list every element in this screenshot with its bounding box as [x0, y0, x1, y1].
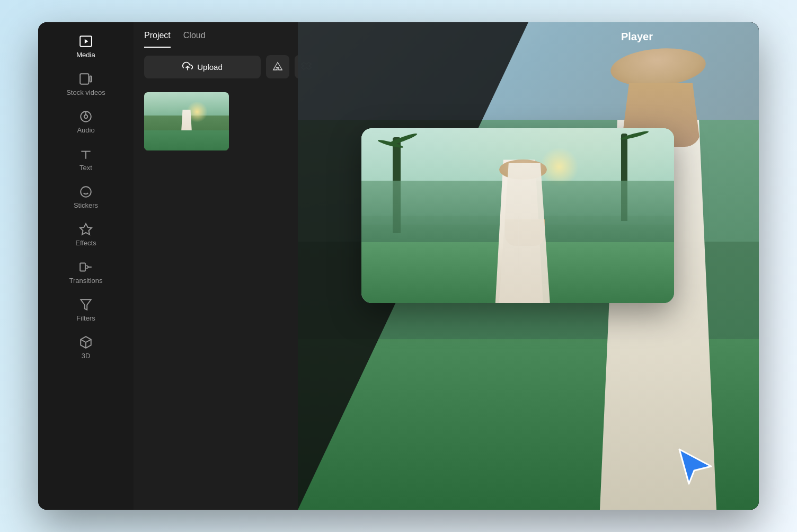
- sidebar-item-filters[interactable]: Filters: [49, 292, 123, 327]
- media-thumbnail[interactable]: [144, 92, 229, 150]
- sidebar-item-3d[interactable]: 3D: [49, 330, 123, 365]
- sidebar-item-text[interactable]: Text: [49, 141, 123, 177]
- app-window: Media Stock videos Audio: [38, 22, 759, 510]
- sidebar-item-transitions-label: Transitions: [69, 277, 102, 285]
- sidebar-item-3d-label: 3D: [82, 352, 91, 360]
- svg-marker-21: [679, 449, 711, 484]
- sidebar-item-stock-videos-label: Stock videos: [66, 88, 105, 96]
- tab-project[interactable]: Project: [144, 31, 171, 48]
- player-header: Player: [621, 31, 653, 43]
- upload-icon: [182, 61, 193, 73]
- transitions-icon: [78, 260, 93, 274]
- svg-rect-3: [90, 76, 92, 82]
- sidebar-item-filters-label: Filters: [76, 314, 95, 322]
- zoom-card-image: [361, 128, 674, 303]
- svg-point-9: [81, 187, 91, 197]
- effects-icon: [78, 222, 93, 237]
- sidebar-item-media[interactable]: Media: [49, 29, 123, 64]
- sidebar-item-stock-videos[interactable]: Stock videos: [49, 66, 123, 102]
- svg-rect-2: [80, 74, 88, 84]
- sidebar-item-transitions[interactable]: Transitions: [49, 254, 123, 290]
- sidebar-item-media-label: Media: [76, 51, 95, 59]
- svg-marker-1: [85, 39, 88, 44]
- media-icon: [78, 34, 93, 49]
- player-area: Player: [298, 22, 759, 510]
- cursor-arrow: [674, 444, 716, 489]
- zoom-preview-card: [361, 128, 674, 303]
- stock-videos-icon: [78, 72, 93, 86]
- upload-button[interactable]: Upload: [144, 56, 261, 78]
- tropical-thumbnail-image: [144, 92, 229, 150]
- sidebar-item-audio[interactable]: Audio: [49, 104, 123, 139]
- svg-line-15: [86, 340, 91, 342]
- stickers-icon: [78, 184, 93, 199]
- sidebar-item-effects-label: Effects: [75, 239, 96, 247]
- audio-icon: [78, 109, 93, 124]
- svg-marker-12: [80, 224, 92, 235]
- sidebar-item-effects[interactable]: Effects: [49, 217, 123, 252]
- sidebar-item-stickers[interactable]: Stickers: [49, 179, 123, 215]
- text-icon: [78, 147, 93, 162]
- 3d-icon: [78, 335, 93, 350]
- svg-line-16: [81, 340, 86, 342]
- sidebar: Media Stock videos Audio: [38, 22, 134, 510]
- filters-icon: [78, 297, 93, 312]
- sidebar-item-stickers-label: Stickers: [74, 201, 98, 209]
- upload-label: Upload: [197, 63, 223, 72]
- sidebar-item-audio-label: Audio: [77, 126, 94, 134]
- svg-point-5: [84, 115, 88, 119]
- google-drive-button[interactable]: [266, 55, 289, 78]
- tab-cloud[interactable]: Cloud: [183, 31, 206, 48]
- svg-rect-13: [80, 263, 85, 271]
- sidebar-item-text-label: Text: [79, 164, 92, 172]
